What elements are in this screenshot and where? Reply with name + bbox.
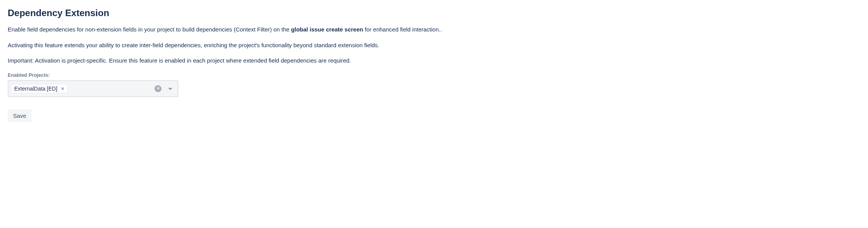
project-tag-label: ExternalData [ED]	[14, 86, 57, 92]
save-button[interactable]: Save	[8, 109, 32, 122]
enabled-projects-label: Enabled Projects:	[8, 72, 860, 78]
clear-all-icon[interactable]: ✕	[155, 85, 161, 92]
description-bold: global issue create screen	[291, 26, 363, 33]
description-text: for enhanced field interaction..	[363, 26, 442, 33]
description-paragraph-2: Activating this feature extends your abi…	[8, 41, 860, 50]
description-text: Enable field dependencies for non-extens…	[8, 26, 291, 33]
description-paragraph-3: Important: Activation is project-specifi…	[8, 56, 860, 65]
page-title: Dependency Extension	[8, 8, 860, 18]
chevron-down-icon[interactable]	[165, 86, 175, 91]
description-paragraph-1: Enable field dependencies for non-extens…	[8, 25, 860, 34]
enabled-projects-select[interactable]: ExternalData [ED] × ✕	[8, 80, 178, 97]
project-tag: ExternalData [ED] ×	[11, 84, 68, 93]
remove-tag-icon[interactable]: ×	[60, 86, 66, 91]
